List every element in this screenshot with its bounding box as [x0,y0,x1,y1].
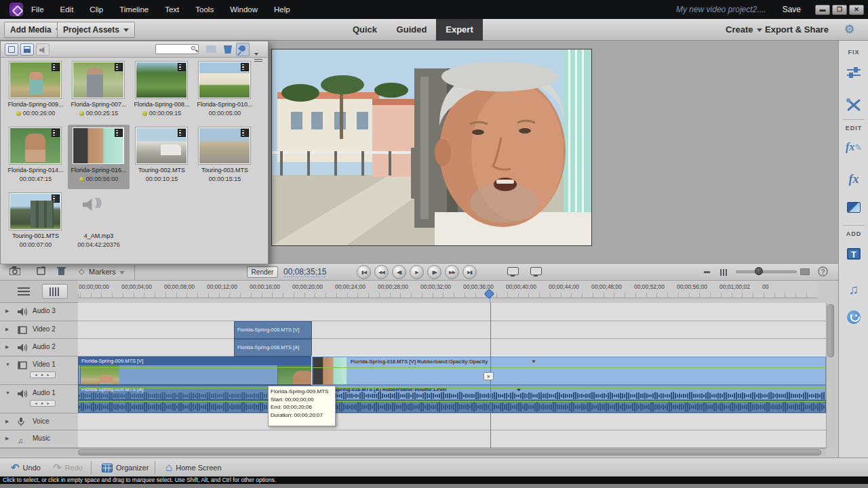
zoom-out-icon[interactable]: ▬ [704,268,710,274]
track-lane-audio-3[interactable] [78,303,826,321]
expand-toggle[interactable]: ▼ [5,362,10,367]
keyframe-nav[interactable]: ◂ ● ▸ [30,371,56,378]
image-filter-button[interactable] [20,43,34,56]
go-to-end-button[interactable]: ▶▮ [462,265,477,279]
fit-timeline-button[interactable] [800,268,810,275]
minimize-button[interactable]: ▬ [815,5,830,15]
music-icon[interactable]: ♫ [18,434,28,443]
track-lane-music[interactable] [78,430,826,448]
expand-toggle[interactable]: ▶ [5,344,9,350]
menu-clip[interactable]: Clip [81,0,111,19]
menu-window[interactable]: Window [222,0,266,19]
tab-quick[interactable]: Quick [342,19,387,41]
tools-icon[interactable] [839,98,868,115]
clip-v1-florida-spring-009[interactable]: Florida-Spring-009.MTS [V] [78,357,312,385]
speaker-icon[interactable] [18,306,28,315]
tab-guided[interactable]: Guided [391,19,433,41]
menu-file[interactable]: File [23,0,52,19]
current-timecode[interactable]: 00;08;35;15 [283,267,326,277]
expand-toggle[interactable]: ▶ [5,308,9,314]
tab-expert[interactable]: Expert [436,19,483,41]
track-controls-icon[interactable] [14,284,34,299]
track-lane-audio-2[interactable] [78,339,826,357]
speaker-icon[interactable] [18,388,28,397]
audio-filter-button[interactable] [36,43,50,56]
go-to-start-button[interactable]: ▮◀ [357,265,371,279]
asset-item[interactable]: Florida-Spring-016...00:00:56:00 [68,125,130,189]
menu-timeline[interactable]: Timeline [111,0,157,19]
chevron-down-icon[interactable] [119,271,125,274]
clip-a1-lower-band[interactable] [78,400,826,413]
freeze-frame-icon[interactable] [9,266,20,277]
adjust-icon[interactable] [839,66,868,83]
pin-icon[interactable] [236,43,250,56]
fast-forward-button[interactable]: ▶▶ [445,265,459,279]
trash-icon[interactable] [57,266,66,278]
zoom-slider-handle[interactable] [755,267,763,275]
clip-v2-florida-spring-008[interactable]: Florida-Spring-008.MTS [V] [234,321,312,339]
expand-toggle[interactable]: ▼ [5,390,10,395]
panel-menu-icon[interactable] [254,46,264,53]
create-button[interactable]: Create [726,19,762,41]
play-button[interactable]: ▶ [410,265,424,279]
fx-icon[interactable]: fx [839,172,868,186]
zoom-slider-track[interactable] [736,270,797,273]
asset-item[interactable]: Florida-Spring-008...00:00:09:15 [131,59,193,123]
menu-edit[interactable]: Edit [52,0,82,19]
maximize-button[interactable]: ❐ [832,5,847,15]
help-icon[interactable]: ? [818,266,828,277]
rewind-button[interactable]: ◀◀ [374,265,389,279]
selection-tool-icon[interactable] [37,266,46,277]
video-icon[interactable] [18,360,28,369]
frame-forward-button[interactable]: ▮▶ [427,265,441,279]
export-share-button[interactable]: Export & Share [765,19,829,41]
music-icon[interactable]: ♫ [839,282,868,298]
video-filter-button[interactable] [5,43,18,56]
clip-a2-florida-spring-008[interactable]: Florida-Spring-008.MTS [A] [234,339,312,357]
track-lane-video-2[interactable] [78,321,826,339]
frame-back-button[interactable]: ◀▮ [392,265,406,279]
speaker-icon[interactable] [18,342,28,351]
redo-button[interactable]: ↷ Redo [53,458,83,477]
audio-mixer-icon[interactable] [42,284,68,299]
time-ruler[interactable]: 00;00;00;0000;00;04;0000;00;08;0000;00;1… [78,281,817,298]
keyframe-nav[interactable]: ◂ ● ▸ [30,400,56,407]
video-icon[interactable] [18,325,28,333]
menu-help[interactable]: Help [266,0,298,19]
markers-button[interactable]: Markers [89,268,116,276]
asset-item[interactable]: Touring-003.MTS00:00:15:15 [194,125,256,189]
delete-icon[interactable] [224,44,232,54]
clip-v1-florida-spring-016[interactable]: Florida-Spring-016.MTS [V] Rubberband:Op… [312,357,826,385]
save-button[interactable]: Save [783,5,801,14]
asset-item[interactable]: Florida-Spring-009...00:00:26:00 [5,59,66,123]
mic-icon[interactable] [18,417,28,426]
render-button[interactable]: Render [247,266,278,278]
titles-icon[interactable]: T [839,248,868,260]
project-assets-button[interactable]: Project Assets [57,22,135,38]
expand-toggle[interactable]: ▶ [5,436,9,441]
zoom-bars-icon[interactable] [720,268,727,278]
gear-icon[interactable]: ⚙ [844,19,854,41]
asset-item[interactable]: Touring-002.MTS00:00:10:15 [131,125,193,189]
asset-item[interactable]: Florida-Spring-014...00:00:47:15 [5,125,66,189]
menu-tools[interactable]: Tools [187,0,222,19]
vertical-scrollbar[interactable] [826,303,835,448]
fullscreen-icon[interactable] [530,267,542,275]
expand-toggle[interactable]: ▶ [5,327,9,332]
clip-a1-florida-spring-016[interactable]: Florida-Spring-016.MTS [A] Rubberband:Vo… [312,385,826,400]
asset-item[interactable]: Touring-001.MTS00:00:07:00 [5,190,66,255]
undo-button[interactable]: ↶ Undo [11,458,41,477]
horizontal-scrollbar[interactable] [0,448,826,456]
vertical-scrollbar-thumb[interactable] [827,304,834,357]
audio-meters-icon[interactable] [507,267,519,275]
menu-text[interactable]: Text [157,0,187,19]
asset-item[interactable]: )))4_AM.mp300:04:42:20376 [68,190,130,255]
new-folder-icon[interactable] [206,45,216,53]
transitions-icon[interactable] [839,202,868,216]
home-screen-button[interactable]: ⌂ Home Screen [165,458,222,477]
track-lane-voice[interactable] [78,413,826,430]
asset-item[interactable]: Florida-Spring-007...00:00:25:15 [68,59,130,123]
close-button[interactable]: ✕ [849,5,864,15]
organizer-button[interactable]: Organizer [102,458,149,477]
horizontal-scrollbar-thumb[interactable] [78,449,821,455]
